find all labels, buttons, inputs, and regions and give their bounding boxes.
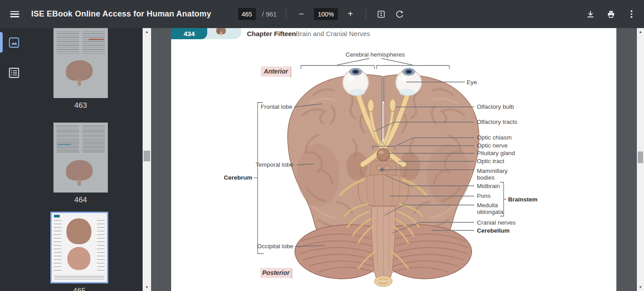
label-midbrain: Midbrain bbox=[477, 183, 500, 189]
posterior-badge: Posterior bbox=[260, 268, 292, 279]
thumbnail-label: 464 bbox=[53, 196, 108, 205]
scroll-down-button[interactable]: ▼ bbox=[143, 283, 151, 291]
toolbar: ISE EBook Online Access for Human Anatom… bbox=[0, 0, 644, 28]
label-pituitary-gland: Pituitary gland bbox=[477, 150, 515, 156]
label-occipital-lobe: Occipital lobe bbox=[257, 243, 293, 250]
label-optic-chiasm: Optic chiasm bbox=[477, 134, 512, 141]
active-tab-indicator bbox=[0, 32, 3, 53]
label-anterior: Anterior bbox=[263, 68, 289, 75]
thumbnail-page-464[interactable]: 464 bbox=[53, 123, 108, 205]
menu-button[interactable] bbox=[7, 7, 22, 22]
thumbnail-preview bbox=[53, 123, 108, 193]
hamburger-icon bbox=[10, 11, 19, 17]
label-olfactory-tracts: Olfactory tracts bbox=[477, 119, 517, 125]
scroll-up-button[interactable]: ▲ bbox=[143, 28, 151, 36]
scrollbar-thumb[interactable] bbox=[144, 151, 150, 161]
label-cranial-nerves: Cranial nerves bbox=[477, 219, 516, 226]
label-cerebellum: Cerebellum bbox=[477, 227, 510, 234]
thumbnail-page-465-selected[interactable]: 465 bbox=[50, 212, 108, 291]
sidebar-rail bbox=[0, 28, 28, 291]
page-number-input[interactable] bbox=[238, 8, 256, 20]
zoom-in-button[interactable]: + bbox=[344, 8, 357, 20]
rotate-button[interactable] bbox=[394, 8, 406, 20]
thumbnails-icon bbox=[8, 37, 20, 49]
label-posterior: Posterior bbox=[262, 269, 290, 276]
rotate-icon bbox=[395, 10, 404, 19]
download-icon bbox=[586, 10, 595, 19]
page-scrollbar[interactable]: ▲ ▼ bbox=[637, 28, 644, 291]
label-mammillary-line2: bodies bbox=[477, 174, 495, 181]
print-button[interactable] bbox=[605, 8, 617, 20]
label-optic-tract: Optic tract bbox=[477, 158, 505, 164]
outline-icon bbox=[8, 67, 20, 79]
label-medulla-line2: oblongata bbox=[477, 209, 504, 215]
thumbnail-label: 463 bbox=[53, 101, 108, 110]
document-page: 434 Chapter Fifteen Brain and Cranial Ne… bbox=[171, 28, 616, 291]
download-button[interactable] bbox=[584, 8, 597, 20]
thumbnail-label: 465 bbox=[50, 287, 108, 291]
label-frontal-lobe: Frontal lobe bbox=[261, 103, 292, 110]
page-scroll-up-button[interactable]: ▲ bbox=[637, 28, 644, 36]
thumbnail-preview bbox=[53, 28, 108, 98]
label-brainstem: Brainstem bbox=[508, 196, 537, 203]
left-eye bbox=[343, 68, 369, 96]
toolbar-divider bbox=[286, 9, 286, 19]
anterior-badge: Anterior bbox=[261, 66, 291, 78]
document-viewer: 434 Chapter Fifteen Brain and Cranial Ne… bbox=[151, 28, 644, 291]
fit-to-page-button[interactable] bbox=[375, 8, 387, 20]
thumbnail-page-463[interactable]: 463 bbox=[53, 28, 108, 110]
label-cerebral-hemispheres: Cerebral hemispheres bbox=[346, 51, 405, 58]
brain-inferior-view-figure: Cerebral hemispheres Eye Frontal lobe Ol… bbox=[171, 28, 616, 291]
thumbnail-preview bbox=[50, 212, 108, 283]
kebab-icon bbox=[631, 10, 632, 18]
printer-icon bbox=[607, 10, 615, 19]
toolbar-divider bbox=[365, 9, 366, 19]
label-optic-nerve: Optic nerve bbox=[477, 142, 508, 149]
fit-page-icon bbox=[377, 10, 386, 19]
thumbnails-scrollbar[interactable]: ▲ ▼ bbox=[143, 28, 151, 291]
label-olfactory-bulb: Olfactory bulb bbox=[477, 103, 514, 110]
label-eye: Eye bbox=[467, 79, 477, 86]
label-medulla-line1: Medulla bbox=[477, 202, 498, 209]
more-options-button[interactable] bbox=[625, 8, 638, 20]
page-scrollbar-thumb[interactable] bbox=[638, 152, 643, 163]
page-scroll-down-button[interactable]: ▼ bbox=[637, 283, 644, 291]
thumbnails-panel: 463 464 465 bbox=[28, 28, 143, 291]
label-pons: Pons bbox=[477, 193, 491, 199]
app-title: ISE EBook Online Access for Human Anatom… bbox=[31, 9, 211, 19]
page-count-label: / 961 bbox=[262, 10, 277, 18]
label-mammillary-line1: Mammillary bbox=[477, 168, 508, 174]
outline-tab-button[interactable] bbox=[0, 62, 28, 83]
zoom-out-button[interactable]: − bbox=[295, 8, 308, 20]
label-cerebrum: Cerebrum bbox=[224, 174, 252, 181]
label-temporal-lobe: Temporal lobe bbox=[255, 161, 293, 168]
thumbnails-tab-button[interactable] bbox=[0, 32, 28, 53]
zoom-level-input[interactable] bbox=[314, 8, 338, 20]
